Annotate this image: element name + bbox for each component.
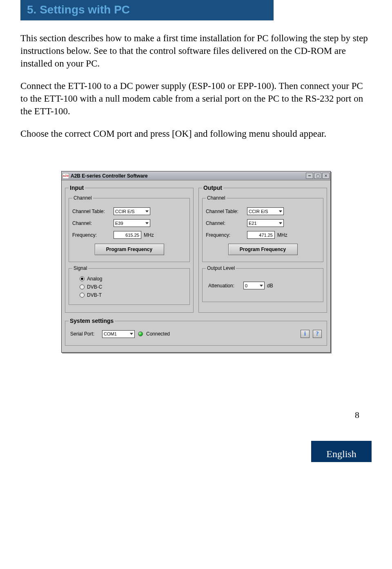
output-level-legend: Output Level bbox=[206, 265, 236, 271]
section-heading: 5. Settings with PC bbox=[20, 0, 274, 20]
input-channel-legend: Channel bbox=[72, 195, 93, 201]
output-frequency-label: Frequency: bbox=[206, 232, 245, 238]
input-channel-table-combo[interactable]: CCIR E/S bbox=[114, 207, 150, 215]
paragraph-3: Choose the correct COM port and press [O… bbox=[20, 127, 372, 140]
signal-option-label: DVB-C bbox=[87, 284, 102, 290]
app-window: a2b A2B E-series Controller Software ━ ▢… bbox=[61, 171, 331, 353]
help-icon: ? bbox=[316, 331, 319, 337]
paragraph-1: This section describes how to make a fir… bbox=[20, 32, 372, 70]
page-number: 8 bbox=[20, 410, 372, 420]
close-button[interactable]: ✕ bbox=[322, 173, 330, 179]
output-channel-table-label: Channel Table: bbox=[206, 209, 245, 214]
input-frequency-field[interactable]: 615.25 bbox=[114, 231, 141, 239]
info-icon: i bbox=[304, 331, 306, 337]
attenuation-combo[interactable]: 0 bbox=[243, 282, 265, 289]
system-settings-group: System settings Serial Port: COM1 Connec… bbox=[65, 318, 327, 346]
attenuation-unit: dB bbox=[267, 283, 273, 289]
app-icon: a2b bbox=[62, 173, 69, 179]
help-button[interactable]: ? bbox=[313, 330, 322, 338]
input-group: Input Channel Channel Table: CCIR E/S Ch… bbox=[65, 184, 194, 313]
serial-port-label: Serial Port: bbox=[70, 331, 99, 337]
input-channel-label: Channel: bbox=[72, 220, 111, 226]
signal-dvbc-radio[interactable]: DVB-C bbox=[80, 284, 186, 290]
output-channel-table-combo[interactable]: CCIR E/S bbox=[247, 207, 284, 215]
radio-icon bbox=[80, 276, 85, 281]
connection-status: Connected bbox=[146, 331, 170, 337]
language-tab: English bbox=[311, 441, 372, 462]
output-frequency-field[interactable]: 471.25 bbox=[247, 231, 275, 239]
output-frequency-unit: MHz bbox=[277, 232, 287, 238]
output-program-frequency-button[interactable]: Program Frequency bbox=[228, 244, 298, 255]
radio-icon bbox=[80, 293, 85, 298]
signal-option-label: DVB-T bbox=[87, 292, 102, 298]
input-signal-legend: Signal bbox=[72, 265, 88, 271]
output-channel-label: Channel: bbox=[206, 220, 245, 226]
titlebar: a2b A2B E-series Controller Software ━ ▢… bbox=[62, 171, 330, 180]
radio-icon bbox=[80, 284, 85, 289]
output-channel-group: Channel Channel Table: CCIR E/S Channel:… bbox=[202, 195, 323, 262]
output-group: Output Channel Channel Table: CCIR E/S C… bbox=[198, 184, 327, 313]
paragraph-2: Connect the ETT-100 to a DC power supply… bbox=[20, 80, 372, 118]
connection-led-icon bbox=[138, 331, 143, 336]
input-frequency-label: Frequency: bbox=[72, 232, 111, 238]
input-channel-group: Channel Channel Table: CCIR E/S Channel:… bbox=[69, 195, 190, 262]
signal-analog-radio[interactable]: Analog bbox=[80, 276, 186, 282]
minimize-button[interactable]: ━ bbox=[306, 173, 313, 179]
input-channel-table-label: Channel Table: bbox=[72, 209, 111, 214]
output-legend: Output bbox=[202, 184, 223, 191]
maximize-button[interactable]: ▢ bbox=[314, 173, 321, 179]
input-program-frequency-button[interactable]: Program Frequency bbox=[95, 244, 164, 255]
output-level-group: Output Level Attenuation: 0 dB bbox=[202, 265, 323, 302]
input-signal-group: Signal Analog DVB-C DVB-T bbox=[69, 265, 190, 305]
output-channel-legend: Channel bbox=[206, 195, 227, 201]
window-title: A2B E-series Controller Software bbox=[71, 173, 306, 179]
output-channel-combo[interactable]: E21 bbox=[247, 219, 284, 227]
signal-option-label: Analog bbox=[87, 276, 102, 282]
serial-port-combo[interactable]: COM1 bbox=[102, 330, 135, 338]
system-settings-legend: System settings bbox=[69, 318, 115, 324]
input-legend: Input bbox=[69, 184, 85, 191]
signal-dvbt-radio[interactable]: DVB-T bbox=[80, 292, 186, 298]
info-button[interactable]: i bbox=[301, 330, 310, 338]
input-frequency-unit: MHz bbox=[144, 232, 154, 238]
attenuation-label: Attenuation: bbox=[208, 283, 241, 289]
input-channel-combo[interactable]: E39 bbox=[114, 219, 150, 227]
